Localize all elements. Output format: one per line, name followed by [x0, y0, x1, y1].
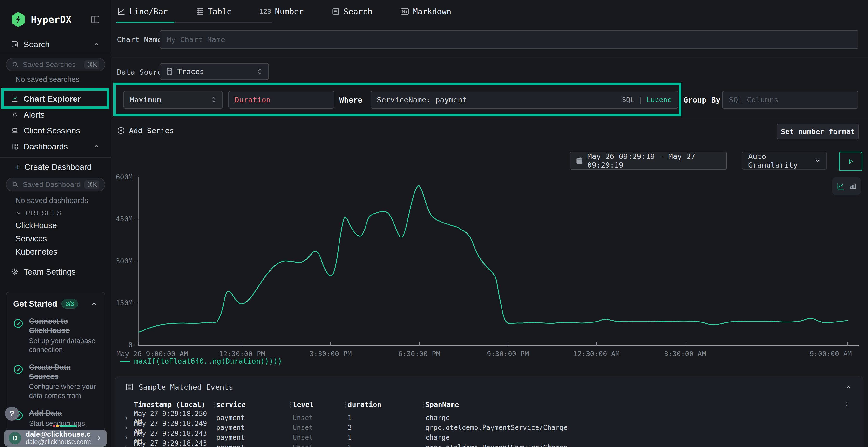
date-range-picker[interactable]: May 26 09:29:19 - May 27 09:29:19	[570, 152, 727, 170]
table-icon	[196, 7, 204, 16]
search-icon	[11, 181, 19, 188]
legend-series-name: maxIf(toFloat640..ng(Duration)))))	[134, 357, 282, 365]
tab-table[interactable]: Table	[196, 7, 232, 16]
tab-label: Line/Bar	[129, 7, 168, 16]
group-by-input[interactable]	[722, 91, 858, 109]
set-number-format-button[interactable]: Set number format	[777, 124, 859, 139]
column-header[interactable]: level	[293, 401, 342, 409]
table-row[interactable]: › May 27 9:29:18.250 AM payment Unset 1 …	[124, 410, 847, 419]
row-expand-chevron-icon[interactable]: ›	[124, 414, 134, 422]
chevron-up-icon[interactable]	[93, 41, 100, 48]
saved-searches-field[interactable]	[22, 60, 81, 69]
tab-line-bar[interactable]: Line/Bar	[117, 7, 168, 16]
sidebar-item-chart-explorer[interactable]: Chart Explorer	[0, 91, 111, 106]
column-resize-handle[interactable]: ⋮	[342, 401, 348, 408]
column-resize-handle[interactable]: ⋮	[287, 401, 293, 408]
sidebar-item-dashboards[interactable]: Dashboards	[0, 139, 111, 154]
sidebar-item-label: Dashboards	[24, 142, 68, 151]
user-account-chip[interactable]: D dale@clickhouse.com dale@clickhouse.co…	[4, 429, 106, 447]
cell-level: Unset	[293, 443, 342, 447]
run-query-button[interactable]	[839, 152, 863, 171]
chevron-down-icon	[16, 210, 22, 216]
app-title: HyperDX	[31, 14, 72, 25]
y-axis-tick-label: 300M	[94, 257, 133, 265]
get-started-task[interactable]: Connect to ClickHouse Set up your databa…	[13, 317, 98, 354]
field-value: Duration	[235, 95, 271, 104]
task-title: Create Data Sources	[29, 363, 98, 381]
data-source-select[interactable]: Traces	[160, 63, 269, 80]
task-title: Add Data	[29, 409, 98, 418]
cell-duration: 1	[348, 414, 420, 422]
y-axis-tick	[135, 345, 138, 345]
sidebar-item-label: Search	[24, 40, 50, 49]
chart-name-input[interactable]	[160, 30, 858, 49]
column-header[interactable]: SpanName	[425, 401, 847, 409]
preset-dashboard-link[interactable]: Kubernetes	[16, 245, 57, 259]
play-icon	[847, 158, 854, 165]
sample-matched-events-panel: Sample Matched Events ⋮ Timestamp (Local…	[115, 376, 863, 447]
row-expand-chevron-icon[interactable]: ›	[124, 434, 134, 442]
bar-chart-toggle-icon[interactable]	[849, 182, 857, 190]
y-axis-tick	[135, 261, 138, 261]
sidebar-item-search[interactable]: Search	[0, 37, 111, 52]
column-header[interactable]: service	[216, 401, 287, 409]
saved-searches-input[interactable]: ⌘K	[6, 58, 105, 71]
add-series-label: Add Series	[129, 126, 174, 135]
tab-markdown[interactable]: Markdown	[401, 7, 452, 16]
chevron-up-icon[interactable]	[844, 383, 852, 391]
granularity-value: Auto Granularity	[748, 152, 814, 169]
column-resize-handle[interactable]: ⋮	[211, 401, 216, 408]
sidebar-item-client-sessions[interactable]: Client Sessions	[0, 123, 111, 138]
timeseries-chart[interactable]	[138, 177, 847, 345]
row-expand-chevron-icon[interactable]: ›	[124, 424, 134, 432]
tab-search[interactable]: Search	[332, 7, 372, 16]
create-dashboard-button[interactable]: + Create Dashboard	[0, 161, 111, 173]
cell-spanname: grpc.oteldemo.PaymentService/Charge	[425, 424, 847, 432]
chevron-right-icon	[95, 435, 102, 442]
sidebar-collapse-icon[interactable]	[91, 15, 100, 24]
hyperdx-chart-explorer-page: HyperDX Search ⌘K No saved searches Char…	[0, 0, 868, 447]
tab-number[interactable]: 123 Number	[260, 7, 304, 16]
search-icon	[11, 61, 19, 68]
tab-label: Search	[344, 7, 372, 16]
sidebar-item-team-settings[interactable]: Team Settings	[0, 264, 111, 279]
column-resize-handle[interactable]: ⋮	[420, 401, 425, 408]
line-chart-icon	[117, 7, 126, 16]
preset-dashboard-link[interactable]: ClickHouse	[16, 219, 57, 232]
add-series-button[interactable]: Add Series	[117, 126, 174, 135]
journal-icon	[11, 41, 18, 48]
preset-dashboard-link[interactable]: Services	[16, 232, 57, 245]
column-header[interactable]: Timestamp (Local)	[134, 401, 211, 409]
get-started-task[interactable]: Create Data Sources Configure where your…	[13, 363, 98, 401]
sample-events-title: Sample Matched Events	[138, 383, 233, 391]
row-expand-chevron-icon[interactable]: ›	[124, 443, 134, 447]
chevron-up-icon[interactable]	[93, 143, 100, 150]
field-input[interactable]: Duration	[228, 91, 334, 109]
cell-level: Unset	[293, 434, 342, 442]
where-input[interactable]: ServiceName: payment SQL | Lucene	[371, 91, 678, 109]
help-button[interactable]: ?	[5, 407, 19, 420]
chart-name-label: Chart Name	[117, 35, 162, 44]
check-circle-icon	[13, 364, 24, 375]
x-axis-tick-label: 12:30:00 PM	[219, 350, 265, 358]
x-axis-tick-label: 3:30:00 AM	[664, 350, 706, 358]
list-icon	[126, 383, 133, 391]
cell-spanname: charge	[425, 434, 847, 442]
no-saved-dashboards-text: No saved dashboards	[16, 196, 88, 205]
granularity-select[interactable]: Auto Granularity	[742, 152, 827, 170]
column-header[interactable]: duration	[348, 401, 420, 409]
date-range-value: May 26 09:29:19 - May 27 09:29:19	[587, 152, 721, 169]
aggregation-select[interactable]: Maximum	[123, 91, 223, 109]
lucene-mode-toggle[interactable]: Lucene	[646, 96, 672, 104]
y-axis-tick-label: 600M	[94, 173, 133, 181]
sql-mode-toggle[interactable]: SQL	[622, 96, 634, 104]
lightning-bolt-icon	[13, 15, 23, 24]
x-axis	[138, 345, 859, 346]
saved-dashboards-input[interactable]: ⌘K	[6, 178, 105, 191]
sidebar-item-alerts[interactable]: Alerts	[0, 107, 111, 122]
saved-dashboards-field[interactable]	[22, 180, 81, 189]
data-source-value: Traces	[177, 67, 204, 76]
sidebar-item-label: Alerts	[24, 110, 44, 119]
plus-icon: +	[16, 162, 20, 172]
calendar-icon	[576, 157, 583, 165]
